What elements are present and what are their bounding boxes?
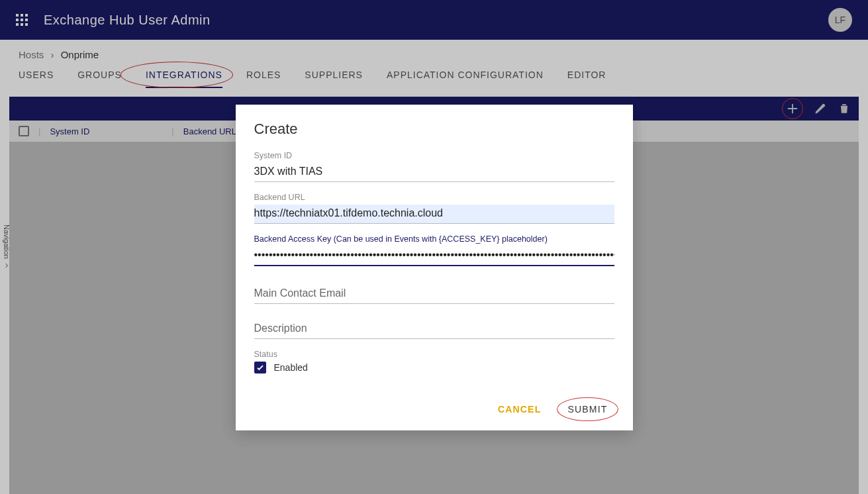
field-system-id: System ID <box>254 151 614 182</box>
field-backend-url: Backend URL <box>254 193 614 224</box>
access-key-input[interactable] <box>254 246 614 266</box>
field-status-label: Status <box>254 350 614 359</box>
backend-url-input[interactable] <box>254 205 614 224</box>
enabled-label: Enabled <box>274 362 308 373</box>
enabled-checkbox[interactable] <box>254 362 266 373</box>
field-description <box>254 320 614 339</box>
field-contact-email <box>254 285 614 304</box>
field-backend-url-label: Backend URL <box>254 193 614 202</box>
description-input[interactable] <box>254 320 614 339</box>
modal-title: Create <box>254 121 614 138</box>
field-access-key: Backend Access Key (Can be used in Event… <box>254 234 614 266</box>
submit-button-label: SUBMIT <box>567 404 607 415</box>
check-icon <box>256 363 265 372</box>
cancel-button[interactable]: CANCEL <box>491 400 548 419</box>
field-status: Status Enabled <box>254 350 614 373</box>
submit-button[interactable]: SUBMIT <box>561 400 614 419</box>
field-system-id-label: System ID <box>254 151 614 160</box>
field-access-key-label: Backend Access Key (Can be used in Event… <box>254 234 614 244</box>
system-id-input[interactable] <box>254 163 614 182</box>
contact-email-input[interactable] <box>254 285 614 304</box>
create-modal: Create System ID Backend URL Backend Acc… <box>236 105 633 430</box>
modal-actions: CANCEL SUBMIT <box>254 400 614 419</box>
